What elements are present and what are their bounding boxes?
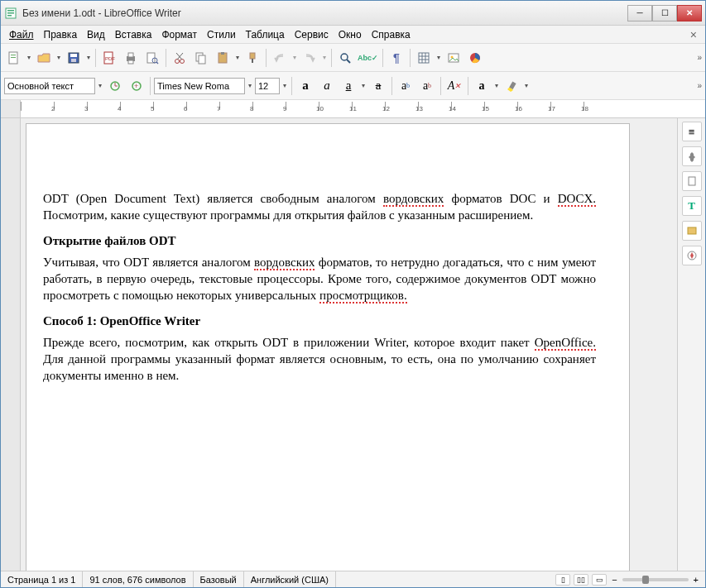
sidebar: ≡ T bbox=[677, 118, 705, 571]
heading-2[interactable]: Способ 1: OpenOffice Writer bbox=[43, 313, 596, 329]
paragraph-2[interactable]: Учитывая, что ODT является аналогом ворд… bbox=[43, 254, 596, 304]
format-toolbar-overflow-icon[interactable]: » bbox=[697, 81, 702, 90]
doc-close-icon[interactable]: × bbox=[685, 28, 702, 41]
toolbar-overflow-icon[interactable]: » bbox=[697, 53, 702, 62]
undo-button[interactable] bbox=[270, 48, 290, 68]
font-color-dropdown[interactable]: ▾ bbox=[493, 76, 500, 96]
new-dropdown[interactable]: ▾ bbox=[26, 48, 32, 68]
paste-button[interactable] bbox=[213, 48, 233, 68]
menu-edit[interactable]: Правка bbox=[39, 27, 83, 42]
formatting-marks-button[interactable]: ¶ bbox=[387, 48, 406, 68]
spellcheck-button[interactable]: Abc✓ bbox=[357, 48, 379, 68]
underline-dropdown[interactable]: ▾ bbox=[360, 76, 367, 96]
menu-file[interactable]: Файл bbox=[4, 27, 39, 42]
menu-styles[interactable]: Стили bbox=[202, 27, 241, 42]
gallery-panel-icon[interactable] bbox=[682, 221, 702, 241]
new-button[interactable] bbox=[4, 48, 24, 68]
svg-rect-2 bbox=[7, 12, 14, 14]
update-style-button[interactable] bbox=[105, 76, 125, 96]
status-language[interactable]: Английский (США) bbox=[244, 571, 336, 587]
menu-view[interactable]: Вид bbox=[82, 27, 110, 42]
document-scroll[interactable]: ODT (Open Document Text) является свобод… bbox=[21, 118, 677, 571]
styles-panel-icon[interactable]: T bbox=[682, 196, 702, 216]
svg-rect-7 bbox=[69, 53, 79, 63]
properties-panel-icon[interactable] bbox=[682, 146, 702, 166]
close-button[interactable]: ✕ bbox=[677, 5, 702, 22]
strikethrough-button[interactable]: a bbox=[368, 76, 388, 96]
highlight-button[interactable] bbox=[502, 76, 521, 96]
menu-tools[interactable]: Сервис bbox=[290, 27, 334, 42]
view-multi-icon[interactable]: ▯▯ bbox=[574, 574, 588, 586]
superscript-button[interactable]: ab bbox=[396, 76, 415, 96]
paste-dropdown[interactable]: ▾ bbox=[234, 48, 241, 68]
redo-button[interactable] bbox=[300, 48, 319, 68]
svg-rect-25 bbox=[221, 52, 224, 55]
svg-point-18 bbox=[175, 59, 180, 63]
status-pagestyle[interactable]: Базовый bbox=[194, 571, 244, 587]
status-page[interactable]: Страница 1 из 1 bbox=[1, 571, 83, 587]
status-wordcount[interactable]: 91 слов, 676 символов bbox=[83, 571, 193, 587]
open-button[interactable] bbox=[34, 48, 54, 68]
vertical-ruler[interactable] bbox=[1, 118, 21, 571]
svg-rect-13 bbox=[128, 53, 133, 57]
menu-format[interactable]: Формат bbox=[156, 27, 202, 42]
cut-button[interactable] bbox=[170, 48, 190, 68]
heading-1[interactable]: Открытие файлов ODT bbox=[43, 232, 596, 249]
open-dropdown[interactable]: ▾ bbox=[55, 48, 62, 68]
view-single-icon[interactable]: ▯ bbox=[555, 574, 570, 586]
subscript-button[interactable]: ab bbox=[417, 76, 437, 96]
redo-dropdown[interactable]: ▾ bbox=[321, 48, 328, 68]
minimize-button[interactable]: ─ bbox=[627, 5, 652, 22]
clear-formatting-button[interactable]: A✕ bbox=[444, 76, 464, 96]
export-pdf-button[interactable]: PDF bbox=[99, 48, 119, 68]
sidebar-settings-icon[interactable]: ≡ bbox=[682, 122, 702, 141]
standard-toolbar: ▾ ▾ ▾ PDF ▾ ▾ ▾ Abc✓ ¶ ▾ » bbox=[1, 44, 705, 72]
menu-insert[interactable]: Вставка bbox=[110, 27, 157, 42]
table-button[interactable] bbox=[414, 48, 434, 68]
paragraph-1[interactable]: ODT (Open Document Text) является свобод… bbox=[43, 190, 596, 224]
copy-button[interactable] bbox=[191, 48, 211, 68]
underline-button[interactable]: a bbox=[339, 76, 358, 96]
size-dropdown[interactable]: ▾ bbox=[281, 76, 288, 96]
page-panel-icon[interactable] bbox=[682, 171, 702, 191]
font-name-selector[interactable] bbox=[154, 78, 245, 94]
highlight-dropdown[interactable]: ▾ bbox=[523, 76, 530, 96]
document-page[interactable]: ODT (Open Document Text) является свобод… bbox=[26, 123, 630, 571]
zoom-slider[interactable] bbox=[622, 578, 689, 581]
menu-table[interactable]: Таблица bbox=[241, 27, 290, 42]
ruler-row: 123456789101112131415161718 bbox=[1, 100, 705, 118]
chart-button[interactable] bbox=[465, 48, 485, 68]
format-paintbrush-button[interactable] bbox=[243, 48, 262, 68]
new-style-button[interactable]: + bbox=[127, 76, 146, 96]
style-dropdown[interactable]: ▾ bbox=[97, 76, 103, 96]
zoom-thumb[interactable] bbox=[642, 576, 649, 584]
menu-window[interactable]: Окно bbox=[334, 27, 367, 42]
document-body[interactable]: ODT (Open Document Text) является свобод… bbox=[43, 190, 596, 385]
horizontal-ruler[interactable]: 123456789101112131415161718 bbox=[21, 100, 705, 117]
print-preview-button[interactable] bbox=[142, 48, 162, 68]
font-color-button[interactable]: a bbox=[472, 76, 492, 96]
bold-button[interactable]: a bbox=[295, 76, 315, 96]
svg-rect-3 bbox=[7, 15, 12, 17]
app-window: Без имени 1.odt - LibreOffice Writer ─ ☐… bbox=[0, 0, 706, 588]
font-dropdown[interactable]: ▾ bbox=[247, 76, 253, 96]
view-book-icon[interactable]: ▭ bbox=[592, 574, 607, 586]
zoom-out-icon[interactable]: − bbox=[610, 575, 618, 585]
undo-dropdown[interactable]: ▾ bbox=[291, 48, 298, 68]
zoom-in-icon[interactable]: + bbox=[692, 575, 700, 585]
find-button[interactable] bbox=[335, 48, 355, 68]
save-dropdown[interactable]: ▾ bbox=[85, 48, 92, 68]
menu-help[interactable]: Справка bbox=[367, 27, 415, 42]
save-button[interactable] bbox=[64, 48, 84, 68]
font-size-selector[interactable] bbox=[255, 78, 280, 94]
image-button[interactable] bbox=[444, 48, 463, 68]
italic-button[interactable]: a bbox=[317, 76, 337, 96]
svg-line-29 bbox=[347, 60, 350, 63]
table-dropdown[interactable]: ▾ bbox=[435, 48, 442, 68]
paragraph-3[interactable]: Прежде всего, посмотрим, как открыть ODT… bbox=[43, 334, 596, 385]
print-button[interactable] bbox=[121, 48, 141, 68]
maximize-button[interactable]: ☐ bbox=[652, 5, 677, 22]
paragraph-style-selector[interactable] bbox=[4, 78, 95, 94]
navigator-panel-icon[interactable] bbox=[682, 246, 702, 265]
ruler-corner bbox=[1, 100, 21, 117]
